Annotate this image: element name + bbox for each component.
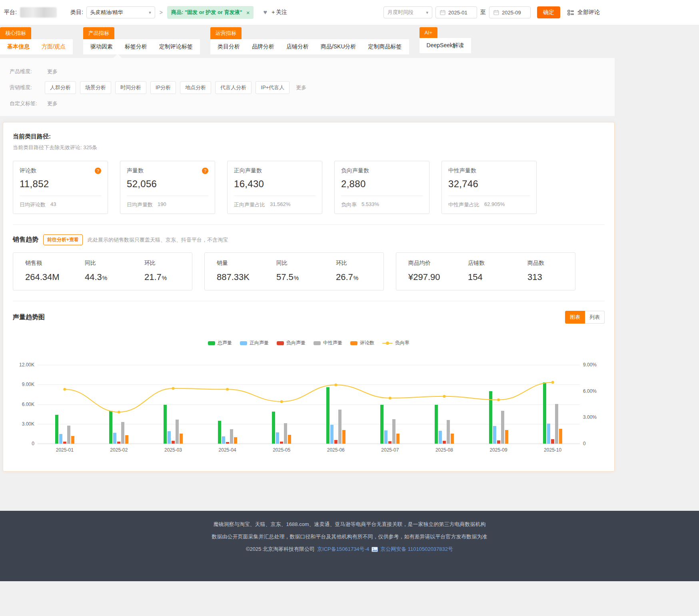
bar-total[interactable] [109,411,112,444]
bar-comments[interactable] [234,437,237,444]
bar-negative[interactable] [117,442,120,444]
bar-negative[interactable] [280,442,283,444]
bar-neutral[interactable] [230,429,233,444]
bar-neutral[interactable] [392,419,395,444]
view-toggle-chart[interactable]: 图表 [565,311,585,324]
filter-button[interactable]: 地点分析 [180,81,211,94]
bar-comments[interactable] [559,429,562,444]
bar-neutral[interactable] [176,420,179,444]
bar-total[interactable] [543,382,546,444]
bar-neutral[interactable] [501,411,504,444]
more-link[interactable]: 更多 [47,100,58,107]
bar-positive[interactable] [384,430,387,444]
bar-comments[interactable] [180,434,183,444]
icp-link[interactable]: 京ICP备15061734号-4 [317,546,369,553]
police-beian-link[interactable]: 京公网安备 11010502037832号 [380,546,453,553]
bar-negative[interactable] [63,442,66,444]
bar-neutral[interactable] [121,422,124,444]
legend-item-positive[interactable]: 正向声量 [240,340,269,346]
bar-neutral[interactable] [555,404,558,444]
tab-item[interactable]: 驱动因素 [90,43,113,50]
legend-item-negative-rate[interactable]: 负向率 [382,340,409,346]
bar-total[interactable] [55,415,58,444]
bar-total[interactable] [489,391,492,444]
bar-comments[interactable] [396,434,399,444]
tab-item[interactable]: 店铺分析 [286,43,309,50]
tab-item[interactable]: 方面/观点 [42,43,66,50]
help-icon[interactable]: ? [202,168,208,174]
filter-button[interactable]: 场景分析 [80,81,111,94]
chip-close-icon[interactable]: × [246,10,250,16]
bar-negative[interactable] [172,441,175,444]
legend-item-total[interactable]: 总声量 [208,340,232,346]
go-analysis-button[interactable]: 前往分析+查看 [43,234,83,245]
bar-neutral[interactable] [284,423,287,444]
bar-neutral[interactable] [338,410,342,444]
filter-button[interactable]: IP分析 [150,81,176,94]
bar-positive[interactable] [276,432,279,444]
bar-total[interactable] [272,412,275,444]
bar-total[interactable] [380,405,383,444]
bar-neutral[interactable] [67,426,70,444]
filter-button[interactable]: 人群分析 [45,81,76,94]
bar-comments[interactable] [288,435,291,444]
bar-negative[interactable] [226,442,229,444]
tab-item[interactable]: 标签分析 [125,43,147,50]
bar-positive[interactable] [113,433,116,444]
legend-item-negative[interactable]: 负向声量 [277,340,306,346]
follow-button[interactable]: ＋关注 [270,9,287,16]
bar-comments[interactable] [71,436,74,444]
bar-neutral[interactable] [447,420,450,444]
bar-comments[interactable] [342,430,346,444]
tab-item[interactable]: 基本信息 [7,43,30,50]
bar-negative[interactable] [443,441,446,444]
view-toggle-list[interactable]: 列表 [585,311,605,324]
period-select[interactable]: 月度时间段 ▾ [383,6,432,18]
filter-button[interactable]: 代言人分析 [215,81,252,94]
bar-total[interactable] [164,405,167,444]
bar-positive[interactable] [547,424,550,444]
tab-item[interactable]: 类目分析 [218,43,240,50]
tab-item[interactable]: 定制商品标签 [368,43,402,50]
bar-negative[interactable] [334,440,338,444]
date-from-input[interactable]: 2025-01 [435,6,477,18]
bar-negative[interactable] [388,441,391,444]
more-link[interactable]: 更多 [47,68,58,75]
bar-total[interactable] [326,387,330,444]
filter-button[interactable]: 时间分析 [115,81,146,94]
x-axis-label: 2025-07 [363,447,417,453]
tab-item[interactable]: 定制评论标签 [159,43,193,50]
bar-positive[interactable] [59,434,62,444]
category-select[interactable]: 头皮精油/精华 ▾ [86,6,155,18]
more-link[interactable]: 更多 [296,84,306,91]
bar-total[interactable] [435,405,438,444]
tab-header[interactable]: 产品指标 [83,27,114,39]
sales-trend-title: 销售趋势 [13,236,38,244]
confirm-button[interactable]: 确定 [537,6,560,18]
tab-header[interactable]: 运营指标 [210,27,242,39]
date-to-input[interactable]: 2025-09 [489,6,531,18]
legend-item-comments[interactable]: 评论数 [350,340,374,346]
bar-positive[interactable] [439,431,442,444]
filter-button[interactable]: IP+代言人 [256,81,290,94]
product-filter-chip[interactable]: 商品: "固发 or 护发 or 育发液" × [167,6,254,19]
bar-comments[interactable] [505,430,508,444]
bar-positive[interactable] [493,426,496,444]
tab-group-3: 运营指标类目分析品牌分析店铺分析商品/SKU分析定制商品标签 [210,27,409,54]
help-icon[interactable]: ? [95,168,101,174]
bar-comments[interactable] [125,435,128,444]
bar-positive[interactable] [222,436,225,444]
legend-item-neutral[interactable]: 中性声量 [314,340,342,346]
bar-total[interactable] [218,421,221,444]
tab-header[interactable]: AI+ [419,27,438,38]
bar-positive[interactable] [168,431,171,444]
tab-header[interactable]: 核心指标 [0,27,31,39]
tab-item[interactable]: 品牌分析 [252,43,274,50]
bar-negative[interactable] [497,440,500,444]
bar-negative[interactable] [551,439,554,444]
all-comments-link[interactable]: 全部评论 [577,9,600,16]
bar-positive[interactable] [330,425,334,444]
bar-comments[interactable] [451,434,454,444]
tab-item[interactable]: DeepSeek解读 [427,42,464,49]
tab-item[interactable]: 商品/SKU分析 [321,43,356,50]
